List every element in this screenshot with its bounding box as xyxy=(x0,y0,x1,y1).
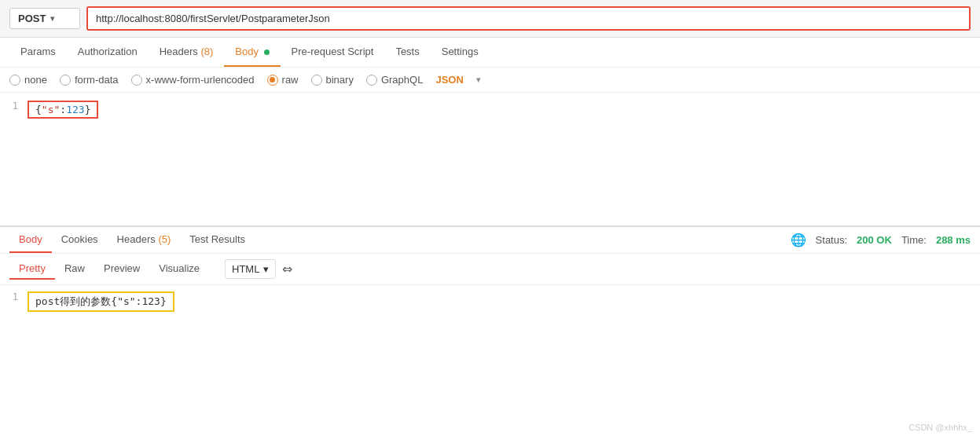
status-bar: 🌐 Status: 200 OK Time: 288 ms xyxy=(791,233,971,247)
response-content: 1 post得到的参数{"s":123} xyxy=(0,285,980,318)
line-number-1: 1 xyxy=(0,101,28,112)
tab-authorization[interactable]: Authorization xyxy=(67,38,149,67)
csdn-watermark: CSDN @xhhhx_ xyxy=(908,423,972,432)
resp-line-content-1: post得到的参数{"s":123} xyxy=(28,291,174,312)
code-line-1: 1 {"s":123} xyxy=(0,99,980,120)
close-brace: } xyxy=(85,104,91,115)
url-bar: POST ▾ xyxy=(0,0,980,38)
request-tabs-row: Params Authorization Headers (8) Body Pr… xyxy=(0,38,980,68)
json-format-arrow[interactable]: ▾ xyxy=(476,75,481,85)
json-val: 123 xyxy=(66,104,84,115)
code-content-1[interactable]: {"s":123} xyxy=(28,101,98,119)
headers-badge: (8) xyxy=(200,46,213,57)
option-raw[interactable]: raw xyxy=(267,74,299,86)
tab-body[interactable]: Body xyxy=(224,38,280,67)
url-input-wrapper xyxy=(86,6,971,31)
tab-params[interactable]: Params xyxy=(9,38,67,67)
option-form-data[interactable]: form-data xyxy=(60,74,119,86)
status-label: Status: xyxy=(816,234,847,246)
wrap-icon[interactable]: ⇔ xyxy=(282,262,292,277)
method-arrow-icon: ▾ xyxy=(50,14,54,23)
sub-tab-visualize[interactable]: Visualize xyxy=(149,258,209,280)
option-graphql[interactable]: GraphQL xyxy=(366,74,423,86)
time-value: 288 ms xyxy=(936,234,971,246)
open-brace: { xyxy=(35,104,42,115)
response-tab-headers[interactable]: Headers (5) xyxy=(108,227,181,253)
url-input[interactable] xyxy=(88,8,969,29)
response-tab-cookies[interactable]: Cookies xyxy=(52,227,108,253)
response-section: Body Cookies Headers (5) Test Results 🌐 … xyxy=(0,226,980,318)
code-editor: 1 {"s":123} xyxy=(0,93,980,226)
radio-x-www xyxy=(131,75,142,86)
tab-pre-request[interactable]: Pre-request Script xyxy=(281,38,385,67)
radio-raw xyxy=(267,75,278,86)
status-value: 200 OK xyxy=(857,234,892,246)
radio-binary xyxy=(311,75,322,86)
option-none[interactable]: none xyxy=(9,74,47,86)
option-x-www[interactable]: x-www-form-urlencoded xyxy=(131,74,255,86)
json-key: "s" xyxy=(42,104,60,115)
json-format-label: JSON xyxy=(435,74,463,86)
radio-none xyxy=(9,75,20,86)
resp-line-number-1: 1 xyxy=(0,291,28,302)
format-label: HTML xyxy=(232,263,259,275)
format-arrow: ▾ xyxy=(263,263,269,275)
option-binary[interactable]: binary xyxy=(311,74,354,86)
response-subtabs: Pretty Raw Preview Visualize HTML ▾ ⇔ xyxy=(0,254,980,285)
response-tab-body[interactable]: Body xyxy=(9,227,52,253)
radio-graphql xyxy=(366,75,377,86)
response-tab-test-results[interactable]: Test Results xyxy=(180,227,255,253)
response-line-1: 1 post得到的参数{"s":123} xyxy=(0,291,980,312)
app-container: POST ▾ Params Authorization Headers (8) … xyxy=(0,0,980,436)
globe-icon[interactable]: 🌐 xyxy=(791,233,806,247)
radio-form-data xyxy=(60,75,71,86)
tab-tests[interactable]: Tests xyxy=(384,38,430,67)
sub-tab-pretty[interactable]: Pretty xyxy=(9,258,55,280)
method-label: POST xyxy=(18,13,46,24)
tab-settings[interactable]: Settings xyxy=(431,38,490,67)
format-dropdown[interactable]: HTML ▾ xyxy=(225,259,276,279)
method-select[interactable]: POST ▾ xyxy=(9,8,80,29)
colon: : xyxy=(60,104,66,115)
sub-tab-preview[interactable]: Preview xyxy=(94,258,149,280)
response-tabs-row: Body Cookies Headers (5) Test Results 🌐 … xyxy=(0,227,980,254)
body-dot xyxy=(264,49,270,55)
body-options-row: none form-data x-www-form-urlencoded raw… xyxy=(0,68,980,93)
resp-headers-badge: (5) xyxy=(158,233,171,245)
tab-headers[interactable]: Headers (8) xyxy=(149,38,225,67)
sub-tab-raw[interactable]: Raw xyxy=(55,258,94,280)
time-label: Time: xyxy=(901,234,927,246)
